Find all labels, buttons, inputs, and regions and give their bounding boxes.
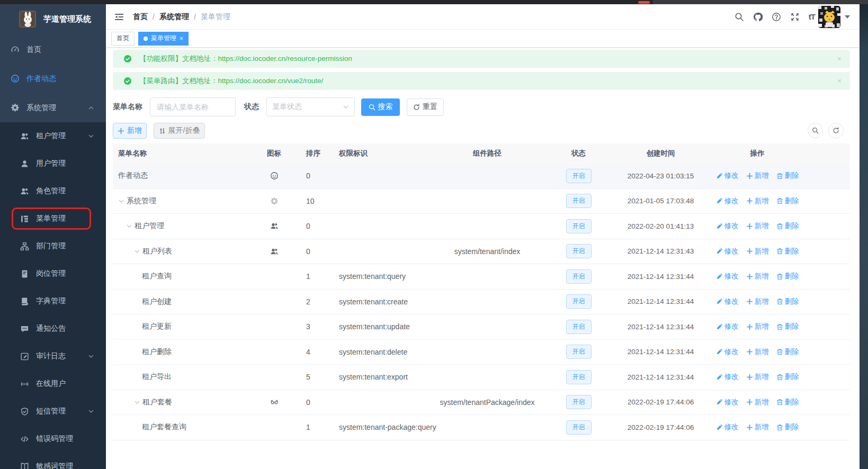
table-row-租户创建[interactable]: 租户创建2system:tenant:create开启2021-12-14 12…	[113, 290, 850, 315]
sidebar-item-通知公告[interactable]: 通知公告	[0, 315, 106, 342]
table-row-租户列表[interactable]: 租户列表0system/tenant/index开启2021-12-14 12:…	[113, 239, 850, 265]
edit-link[interactable]: 修改	[716, 247, 739, 256]
status-badge[interactable]: 开启	[566, 219, 592, 233]
table-row-租户更新[interactable]: 租户更新3system:tenant:update开启2021-12-14 12…	[113, 314, 850, 340]
table-row-租户套餐查询[interactable]: 租户套餐查询1system:tenant-package:query开启2022…	[113, 415, 850, 440]
delete-link[interactable]: 删除	[776, 422, 799, 432]
status-badge[interactable]: 开启	[566, 244, 592, 258]
sidebar-item-敏感词管理[interactable]: 敏感词管理	[0, 453, 106, 469]
status-badge[interactable]: 开启	[566, 395, 592, 409]
help-icon[interactable]	[772, 12, 781, 22]
add-link[interactable]: 新增	[746, 322, 769, 331]
refresh-table-button[interactable]	[828, 123, 844, 138]
fullscreen-icon[interactable]	[790, 12, 800, 22]
sidebar-item-用户管理[interactable]: 用户管理	[0, 150, 106, 177]
status-badge[interactable]: 开启	[566, 269, 592, 284]
table-row-作者动态[interactable]: 作者动态0开启2022-04-23 01:03:15修改新增删除	[113, 164, 850, 189]
expand-caret-icon[interactable]	[134, 399, 140, 405]
status-badge[interactable]: 开启	[566, 169, 592, 183]
close-icon[interactable]: ×	[180, 35, 183, 42]
edit-link[interactable]: 修改	[716, 398, 739, 407]
search-icon[interactable]	[735, 12, 744, 22]
table-row-租户导出[interactable]: 租户导出5system:tenant:export开启2021-12-14 12…	[113, 365, 850, 390]
sidebar-item-租户管理[interactable]: 租户管理	[0, 122, 106, 150]
sidebar-item-岗位管理[interactable]: 岗位管理	[0, 260, 106, 287]
edit-link[interactable]: 修改	[716, 322, 739, 331]
add-link[interactable]: 新增	[746, 221, 769, 231]
sidebar-item-角色管理[interactable]: 角色管理	[0, 177, 106, 205]
status-select[interactable]: 菜单状态	[266, 97, 355, 116]
sidebar-item-作者动态[interactable]: 作者动态	[0, 64, 106, 93]
table-row-租户管理[interactable]: 租户管理0开启2022-02-20 01:41:13修改新增删除	[113, 214, 850, 239]
status-badge[interactable]: 开启	[566, 345, 592, 359]
edit-link[interactable]: 修改	[716, 297, 739, 306]
github-icon[interactable]	[753, 12, 763, 22]
close-icon[interactable]: ×	[837, 55, 842, 63]
sidebar-item-菜单管理[interactable]: 菜单管理	[0, 205, 106, 232]
expand-caret-icon[interactable]	[118, 198, 124, 204]
add-link[interactable]: 新增	[746, 422, 769, 432]
reset-button[interactable]: 重置	[407, 98, 444, 116]
add-link[interactable]: 新增	[746, 171, 769, 181]
delete-link[interactable]: 删除	[776, 372, 799, 382]
add-link[interactable]: 新增	[746, 297, 769, 306]
delete-link[interactable]: 删除	[776, 398, 799, 407]
tab-首页[interactable]: 首页	[111, 32, 135, 46]
user-menu[interactable]	[818, 6, 853, 28]
edit-link[interactable]: 修改	[716, 347, 739, 357]
sidebar-item-短信管理[interactable]: 短信管理	[0, 398, 106, 425]
edit-link[interactable]: 修改	[716, 221, 739, 231]
user-avatar[interactable]	[818, 6, 840, 28]
breadcrumb-item[interactable]: 首页	[133, 12, 148, 22]
status-badge[interactable]: 开启	[566, 320, 592, 334]
delete-link[interactable]: 删除	[776, 297, 799, 306]
breadcrumb-item[interactable]: 系统管理	[159, 12, 189, 22]
show-search-button[interactable]	[808, 123, 823, 138]
delete-link[interactable]: 删除	[776, 247, 799, 256]
delete-link[interactable]: 删除	[776, 272, 799, 281]
sidebar-item-错误码管理[interactable]: 错误码管理	[0, 425, 106, 453]
delete-link[interactable]: 删除	[776, 171, 799, 181]
status-badge[interactable]: 开启	[566, 420, 592, 435]
sidebar-item-字典管理[interactable]: 字典管理	[0, 287, 106, 315]
edit-link[interactable]: 修改	[716, 272, 739, 281]
status-badge[interactable]: 开启	[566, 194, 592, 208]
add-link[interactable]: 新增	[746, 247, 769, 256]
edit-link[interactable]: 修改	[716, 196, 739, 206]
table-row-租户套餐[interactable]: 租户套餐0system/tenantPackage/index开启2022-02…	[113, 390, 850, 416]
edit-link[interactable]: 修改	[716, 372, 739, 382]
edit-link[interactable]: 修改	[716, 422, 739, 432]
table-row-租户删除[interactable]: 租户删除4system:tenant:delete开启2021-12-14 12…	[113, 340, 850, 365]
expand-caret-icon[interactable]	[126, 223, 132, 229]
sidebar-item-系统管理[interactable]: 系统管理	[0, 93, 106, 122]
close-icon[interactable]: ×	[837, 77, 842, 85]
caret-down-icon[interactable]	[845, 15, 850, 19]
tab-菜单管理[interactable]: 菜单管理×	[138, 32, 189, 46]
table-row-系统管理[interactable]: 系统管理10开启2021-01-05 17:03:48修改新增删除	[113, 189, 850, 214]
add-link[interactable]: 新增	[746, 272, 769, 281]
sidebar-collapse-icon[interactable]	[114, 12, 124, 22]
search-button[interactable]: 搜索	[361, 98, 400, 116]
menu-name-input[interactable]	[150, 97, 236, 116]
status-badge[interactable]: 开启	[566, 370, 592, 384]
expand-caret-icon[interactable]	[134, 248, 140, 255]
expand-collapse-button[interactable]: 展开/折叠	[154, 123, 205, 139]
sidebar-item-部门管理[interactable]: 部门管理	[0, 232, 106, 260]
add-link[interactable]: 新增	[746, 196, 769, 206]
sidebar-item-审计日志[interactable]: 审计日志	[0, 342, 106, 370]
add-link[interactable]: 新增	[746, 372, 769, 382]
add-button[interactable]: 新增	[113, 123, 147, 139]
add-link[interactable]: 新增	[746, 398, 769, 407]
sidebar-item-首页[interactable]: 首页	[0, 35, 106, 64]
app-logo[interactable]: 芋道管理系统	[0, 4, 106, 34]
sidebar-item-在线用户[interactable]: 在线用户	[0, 370, 106, 398]
table-row-租户查询[interactable]: 租户查询1system:tenant:query开启2021-12-14 12:…	[113, 264, 850, 290]
status-badge[interactable]: 开启	[566, 294, 592, 309]
add-link[interactable]: 新增	[746, 347, 769, 357]
delete-link[interactable]: 删除	[776, 322, 799, 331]
font-size-icon[interactable]: tT	[809, 12, 815, 22]
delete-link[interactable]: 删除	[776, 347, 799, 357]
delete-link[interactable]: 删除	[776, 196, 799, 206]
edit-link[interactable]: 修改	[716, 171, 739, 181]
delete-link[interactable]: 删除	[776, 221, 799, 231]
